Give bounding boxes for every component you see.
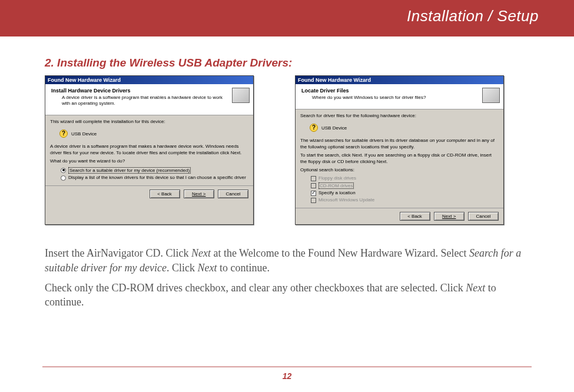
checkbox-specify-location[interactable]: Specify a location xyxy=(311,190,499,196)
dialog-paragraph: The wizard searches for suitable drivers… xyxy=(300,138,499,150)
radio-option-search[interactable]: Search for a suitable driver for my devi… xyxy=(61,167,248,174)
dialog-titlebar: Found New Hardware Wizard xyxy=(45,76,253,84)
dialog-titlebar: Found New Hardware Wizard xyxy=(296,76,503,84)
device-row: ? USB Device xyxy=(306,121,499,134)
page-number: 12 xyxy=(283,371,292,381)
checkbox-icon xyxy=(311,191,316,196)
dialog-heading: Locate Driver Files xyxy=(301,88,476,94)
wizard-art-icon xyxy=(232,88,250,103)
content-area: 2. Installing the Wireless USB Adapter D… xyxy=(0,36,574,310)
back-button[interactable]: < Back xyxy=(400,212,430,221)
wizard-art-icon xyxy=(482,88,500,103)
page-header: Installation / Setup xyxy=(407,7,539,25)
wizard-dialog-install-drivers: Found New Hardware Wizard Install Hardwa… xyxy=(45,75,254,225)
section-title: 2. Installing the Wireless USB Adapter D… xyxy=(45,57,533,69)
radio-icon xyxy=(61,175,66,181)
dialog-line: This wizard will complete the installati… xyxy=(50,119,248,125)
instruction-paragraph-2: Check only the CD-ROM drives checkbox, a… xyxy=(45,281,533,310)
checkbox-label: Microsoft Windows Update xyxy=(318,197,374,202)
checkbox-floppy[interactable]: Floppy disk drives xyxy=(311,175,499,181)
device-row: ? USB Device xyxy=(56,127,248,140)
dialog-paragraph: A device driver is a software program th… xyxy=(50,144,248,156)
button-row: < Back Next > Cancel xyxy=(296,208,503,224)
footer: 12 xyxy=(0,367,574,381)
wizard-dialog-locate-files: Found New Hardware Wizard Locate Driver … xyxy=(295,75,504,225)
checkbox-icon xyxy=(311,183,316,188)
footer-divider xyxy=(42,367,532,367)
dialog-paragraph: To start the search, click Next. If you … xyxy=(300,152,499,165)
cancel-button[interactable]: Cancel xyxy=(218,190,248,198)
next-button[interactable]: Next > xyxy=(434,212,464,221)
dialog-header-band: Install Hardware Device Drivers A device… xyxy=(45,84,253,115)
checkbox-label: Specify a location xyxy=(318,190,356,195)
dialog-header-band: Locate Driver Files Where do you want Wi… xyxy=(296,84,503,109)
screenshot-row: Found New Hardware Wizard Install Hardwa… xyxy=(45,75,533,225)
cancel-button[interactable]: Cancel xyxy=(468,212,499,221)
dialog-question: What do you want the wizard to do? xyxy=(50,158,248,164)
instruction-paragraph-1: Insert the AirNavigator CD. Click Next a… xyxy=(45,246,533,275)
dialog-heading: Install Hardware Device Drivers xyxy=(51,88,226,94)
button-row: < Back Next > Cancel xyxy=(45,185,253,202)
checkbox-label: Floppy disk drives xyxy=(318,175,356,181)
radio-label: Search for a suitable driver for my devi… xyxy=(68,167,191,174)
header-bar: Installation / Setup xyxy=(0,0,574,36)
question-icon: ? xyxy=(59,129,68,138)
back-button[interactable]: < Back xyxy=(150,190,180,198)
device-label: USB Device xyxy=(321,125,347,131)
checkbox-icon xyxy=(311,198,316,203)
question-icon: ? xyxy=(310,124,318,132)
options-label: Optional search locations: xyxy=(300,167,499,173)
dialog-line: Search for driver files for the followin… xyxy=(300,113,499,119)
next-button[interactable]: Next > xyxy=(184,190,214,198)
checkbox-label: CD-ROM drives xyxy=(318,182,354,189)
radio-option-display-list[interactable]: Display a list of the known drivers for … xyxy=(61,175,248,181)
radio-icon xyxy=(61,168,66,173)
checkbox-cdrom[interactable]: CD-ROM drives xyxy=(311,182,499,189)
checkbox-icon xyxy=(311,176,316,181)
dialog-subtext: Where do you want Windows to search for … xyxy=(312,95,476,101)
checkbox-windows-update[interactable]: Microsoft Windows Update xyxy=(311,197,499,203)
dialog-subtext: A device driver is a software program th… xyxy=(62,95,226,107)
device-label: USB Device xyxy=(71,131,97,137)
radio-label: Display a list of the known drivers for … xyxy=(68,175,246,180)
